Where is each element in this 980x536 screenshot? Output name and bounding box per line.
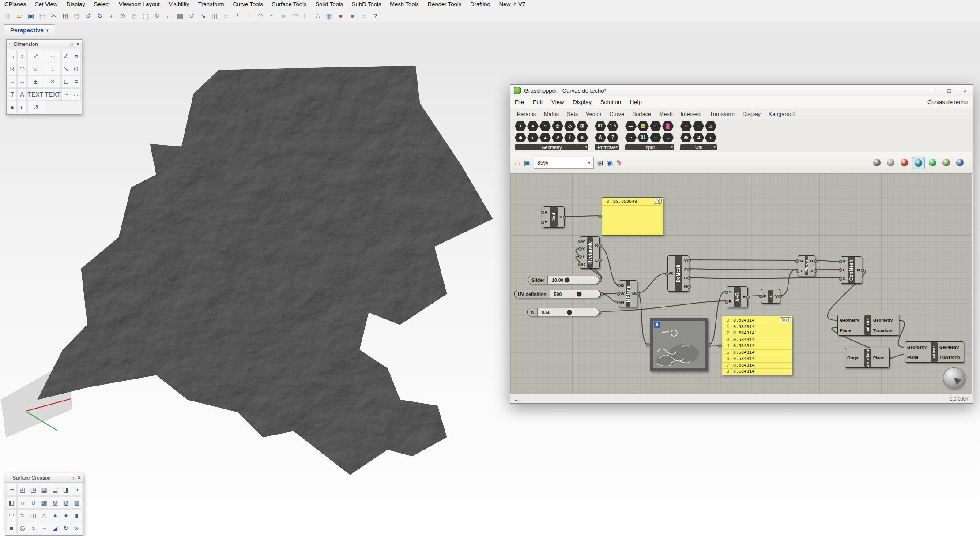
number-slider[interactable]: Slider 10.00 (528, 276, 599, 284)
component-mirror-2[interactable]: Geometry Plane Mirror Geometry Transform (905, 341, 964, 363)
menu-item[interactable]: File (510, 96, 528, 108)
category-tab[interactable]: Transform (706, 110, 739, 119)
offset-icon[interactable]: ≡ (221, 11, 231, 21)
slider-component-icon[interactable]: ▬ (625, 121, 637, 131)
dim-equal-icon[interactable]: ≡ (72, 75, 81, 88)
srf-uv-icon[interactable]: ▦ (39, 484, 49, 496)
dim-angle-icon[interactable]: ∠ (61, 50, 71, 62)
shaded-view-icon[interactable]: ● (347, 11, 358, 21)
param-brep-icon[interactable]: ◐ (527, 132, 539, 143)
dim-ordinate-icon[interactable]: ↓ (45, 63, 61, 75)
srf-rail-icon[interactable]: ◧ (6, 496, 17, 509)
srf-pipe-icon[interactable]: ○ (28, 522, 38, 534)
render-icon[interactable]: ● (335, 11, 346, 21)
paste-icon[interactable]: ⊟ (72, 11, 82, 21)
dim-linear-icon[interactable]: ↔ (8, 50, 17, 62)
rhino-menu-item[interactable]: Set View (30, 0, 62, 9)
category-tab[interactable]: Surface (628, 110, 655, 119)
scale-icon[interactable]: ↘ (198, 11, 208, 21)
srf-cone-icon[interactable]: △ (39, 509, 49, 521)
surface-panel-titlebar[interactable]: ∷ Surface Creation ☼ × (5, 473, 83, 483)
srf-twist-icon[interactable]: ↻ (61, 522, 72, 534)
rotate-view-icon[interactable]: ↻ (152, 11, 162, 21)
rhino-menu-item[interactable]: Render Tools (423, 0, 466, 9)
canvas-compass-widget[interactable] (943, 367, 965, 389)
cut-icon[interactable]: ✂ (49, 11, 59, 21)
new-file-icon[interactable]: ▯ (3, 11, 13, 21)
rhino-menu-item[interactable]: New in V7 (495, 0, 530, 9)
graph-mapper-icon[interactable]: ~ (650, 132, 661, 143)
param-text-icon[interactable]: A (595, 132, 606, 143)
dim-radius-icon[interactable]: R (8, 63, 17, 75)
trigger-icon[interactable]: ◗ (705, 132, 716, 143)
rhino-menu-item[interactable]: CPlanes (0, 0, 30, 9)
srf-corner2-icon[interactable]: ◢ (50, 522, 60, 534)
arc-icon[interactable]: ◠ (290, 11, 300, 21)
param-curve-icon[interactable]: ~ (539, 121, 551, 131)
component-move[interactable]: GT Move GX (798, 255, 815, 276)
knob-icon[interactable]: ◔ (625, 132, 637, 143)
digit-scroller-icon[interactable]: 01 (637, 132, 649, 143)
zoom-select[interactable]: 85% ▾ (534, 157, 594, 169)
zoom-extents-icon[interactable]: ▢ (140, 11, 151, 21)
dim-mark-icon[interactable]: × (45, 75, 61, 88)
preview-selected-icon[interactable] (940, 157, 952, 168)
dim-continue-icon[interactable]: → (17, 75, 26, 88)
srf-loft-icon[interactable]: ▤ (50, 484, 60, 496)
dim-vertical-icon[interactable]: ↕ (17, 50, 26, 62)
trim-icon[interactable]: / (232, 11, 243, 21)
rhino-menu-item[interactable]: SubD Tools (347, 0, 385, 9)
preview-custom-icon[interactable] (898, 157, 910, 168)
srf-drape-icon[interactable]: ▧ (61, 496, 72, 509)
slider-knob[interactable] (565, 277, 569, 282)
viewport-tab-perspective[interactable]: Perspective ▾ (4, 24, 55, 35)
status-menu-ellipsis[interactable]: ... (515, 396, 519, 401)
canvas-navigate-icon[interactable]: ⊞ (597, 159, 603, 167)
dim-rotated-icon[interactable]: ⇔ (45, 50, 61, 62)
param-circle-icon[interactable]: ◎ (552, 121, 563, 131)
close-button[interactable]: × (957, 85, 973, 96)
preview-eye-icon[interactable]: ◉ (606, 159, 613, 167)
annotate-note-icon[interactable]: TEXT (45, 88, 61, 101)
srf-sweep1-icon[interactable]: ∩ (17, 496, 28, 509)
import-arrow-icon[interactable]: → (662, 132, 674, 143)
component-deconstruct-mesh[interactable]: M DeMesh V F C N (667, 255, 689, 292)
component-dist[interactable]: AB Dist D (543, 206, 565, 228)
galapagos-icon[interactable]: △ (705, 121, 716, 131)
component-addition[interactable]: AB A+B R (727, 286, 748, 307)
param-vector-icon[interactable]: ↗ (552, 132, 563, 143)
category-tab[interactable]: Curve (606, 110, 628, 119)
dimension-panel-titlebar[interactable]: ∷ Dimension ☼ × (7, 40, 82, 49)
menu-item[interactable]: Edit (528, 96, 547, 108)
circle-icon[interactable]: ○ (278, 11, 289, 21)
copy-object-icon[interactable]: ▥ (175, 11, 185, 21)
split-icon[interactable]: | (244, 11, 254, 21)
param-mesh-icon[interactable]: ⊞ (577, 121, 588, 131)
dim-leader-icon[interactable]: ↘ (61, 63, 71, 75)
srf-ribbon-icon[interactable]: ~ (39, 522, 49, 534)
gear-icon[interactable]: ☼ (69, 41, 74, 47)
maximize-button[interactable]: □ (941, 85, 957, 96)
dim-update-icon[interactable]: ↺ (27, 101, 44, 113)
cherry-picker-icon[interactable]: •• (680, 121, 692, 131)
dim-diameter-icon[interactable]: ⌀ (72, 50, 81, 62)
srf-cylinder-icon[interactable]: ▮ (72, 509, 82, 521)
curve-icon[interactable]: ~ (267, 11, 277, 21)
preview-wireframe-icon[interactable] (885, 157, 897, 168)
polyline-icon[interactable]: ∟ (301, 11, 312, 21)
category-tab[interactable]: Kangaroo2 (765, 110, 799, 119)
dim-perpendicular-icon[interactable]: ∟ (61, 75, 71, 88)
srf-sweep2-icon[interactable]: ∪ (28, 496, 38, 509)
preview-wires-icon[interactable] (954, 157, 966, 168)
srf-patch-icon[interactable]: ▨ (50, 496, 60, 509)
rhino-menu-item[interactable]: Mesh Tools (385, 0, 423, 9)
print-icon[interactable]: ▤ (37, 11, 48, 21)
panel-distance-value[interactable]: {0} 023.929643 (602, 197, 663, 236)
dim-circle-icon[interactable]: ○ (27, 63, 44, 75)
preview-off-icon[interactable] (871, 157, 883, 168)
srf-box-icon[interactable]: ■ (6, 522, 17, 534)
category-tab[interactable]: Sets (563, 110, 582, 119)
preview-shaded-icon[interactable] (927, 157, 939, 168)
param-point-icon[interactable]: ● (527, 121, 539, 131)
panel-component-icon[interactable]: ▤ (637, 121, 649, 131)
